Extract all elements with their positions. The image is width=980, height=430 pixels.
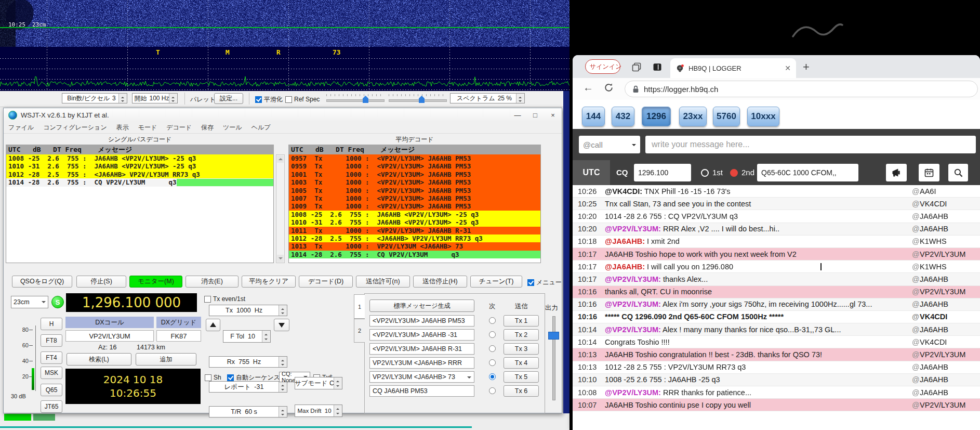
main-button-7[interactable]: 送信許可(n): [356, 276, 410, 288]
decode-row[interactable]: 1014 -28 2.6 755 : CQ VP2V/LY3UM q3: [6, 178, 273, 186]
new-tab-icon[interactable]: +: [803, 60, 810, 74]
chat-row[interactable]: 10:08@VP2V/LY3UM: RRR thanks for patienc…: [573, 386, 980, 399]
tx-send-button-2[interactable]: Tx 2: [504, 329, 539, 341]
tx-message-6[interactable]: CQ JA6AHB PM53: [369, 385, 474, 397]
address-bar[interactable]: https://logger.hb9q.ch: [625, 81, 978, 97]
average-decode-panel[interactable]: 0957 Tx 1000 : <VP2V/LY3UM> JA6AHB PM530…: [288, 154, 541, 263]
band-select[interactable]: 23cm: [11, 296, 48, 308]
main-button-3[interactable]: モニター(M): [129, 276, 182, 288]
menu-モード[interactable]: モード: [134, 123, 162, 132]
spinner-arrows-icon[interactable]: [169, 94, 177, 103]
chat-row[interactable]: 10:18@JA6AHB: I xmit 2nd@K1WHS: [573, 236, 980, 248]
decode-row[interactable]: 1008 -25 2.6 755 : JA6AHB <VP2V/LY3UM> -…: [289, 211, 540, 218]
autoseq-checkbox[interactable]: 自動シーケンス: [227, 373, 280, 382]
decode-row[interactable]: 1012 -28 2.5 755 : <JA6AHB> VP2V/LY3UM R…: [6, 171, 273, 178]
flatten-checkbox[interactable]: 平滑化: [255, 95, 283, 104]
decode-row[interactable]: 0957 Tx 1000 : <VP2V/LY3UM> JA6AHB PM53: [289, 154, 540, 162]
minimize-icon[interactable]: —: [509, 109, 526, 121]
main-button-1[interactable]: QSOをログ(Q): [12, 276, 72, 288]
back-icon[interactable]: ←: [583, 82, 593, 94]
scroll-up-icon[interactable]: [277, 155, 284, 163]
refresh-icon[interactable]: [604, 83, 614, 95]
mode-button-MSK[interactable]: MSK: [41, 367, 62, 379]
palette-settings-button[interactable]: 設定...: [214, 93, 243, 104]
main-button-8[interactable]: 送信停止(H): [413, 276, 467, 288]
chat-row[interactable]: 10:17@VP2V/LY3UM: thanks Alex...@JA6AHB: [573, 273, 980, 285]
mode-button-H[interactable]: H: [41, 318, 62, 330]
chat-row[interactable]: 10:16thanks all, QRT. CU in moonrise@VP2…: [573, 286, 980, 298]
tr-period-spinner[interactable]: T/R 60 s: [209, 406, 287, 418]
spinner-arrows-icon[interactable]: [118, 94, 127, 103]
menu-ヘルプ[interactable]: ヘルプ: [247, 123, 275, 132]
cq-template-input[interactable]: [757, 164, 858, 181]
band-button-1296[interactable]: 1296: [642, 107, 671, 126]
single-decode-panel[interactable]: 1008 -25 2.6 755 : JA6AHB <VP2V/LY3UM> -…: [6, 154, 274, 263]
zero-slider[interactable]: [389, 94, 447, 103]
calendar-button[interactable]: [919, 164, 939, 181]
tx-send-button-5[interactable]: Tx 5: [504, 371, 539, 383]
collections-icon[interactable]: [630, 61, 643, 73]
main-button-9[interactable]: チューン(T): [470, 276, 522, 288]
spinner-arrows-icon[interactable]: [279, 357, 287, 367]
decode-row[interactable]: 1007 Tx 1000 : <VP2V/LY3UM> JA6AHB PM53: [289, 194, 540, 202]
tx-even-checkbox[interactable]: Tx even/1st: [204, 294, 245, 304]
announce-button[interactable]: [886, 164, 907, 181]
report-spinner[interactable]: レポート -31: [209, 381, 287, 393]
tx-send-button-6[interactable]: Tx 6: [504, 385, 539, 397]
slider-knob-icon[interactable]: [363, 96, 368, 103]
chat-row[interactable]: 10:13JA6AHB Toshio congratulation !! bes…: [573, 348, 980, 361]
mode-button-FT8[interactable]: FT8: [41, 334, 62, 347]
submode-spinner[interactable]: サブモード C: [295, 377, 342, 389]
chat-row[interactable]: 10:20@VP2V/LY3UM: RRR Alex ,V2 .... I wi…: [573, 223, 980, 236]
chat-row[interactable]: 10:07JA6AHB Toshio continiu pse I copy y…: [573, 399, 980, 411]
tx-send-button-3[interactable]: Tx 3: [504, 343, 539, 355]
spinner-arrows-icon[interactable]: [334, 377, 342, 389]
menu-ファイル[interactable]: ファイル: [4, 123, 38, 132]
message-input[interactable]: [645, 136, 976, 153]
spectrum-display[interactable]: TMR73: [0, 47, 570, 91]
decode-row[interactable]: 0959 Tx 1000 : <VP2V/LY3UM> JA6AHB PM53: [289, 162, 540, 170]
spinner-arrows-icon[interactable]: [279, 407, 287, 417]
decode-row[interactable]: 1005 Tx 1000 : <VP2V/LY3UM> JA6AHB PM53: [289, 187, 540, 194]
main-button-5[interactable]: 平均をクリア: [242, 276, 296, 288]
call-select[interactable]: @call: [579, 136, 640, 153]
menu-表示[interactable]: 表示: [112, 123, 134, 132]
spinner-arrows-icon[interactable]: [279, 382, 287, 392]
decode-row[interactable]: 1012 -28 2.5 755 : <JA6AHB> VP2V/LY3UM R…: [289, 234, 540, 242]
radio-2nd[interactable]: [730, 169, 738, 177]
decode-row[interactable]: 1010 -31 2.6 755 : JA6AHB <VP2V/LY3UM> -…: [289, 218, 540, 226]
chat-row[interactable]: 10:26@VK4CDI: TNX Phill -16 -15 -16 73's…: [573, 185, 980, 198]
tab-2[interactable]: 2: [354, 319, 365, 343]
tx-message-1[interactable]: <VP2V/LY3UM> JA6AHB PM53: [369, 315, 474, 327]
chat-row[interactable]: 10:131012 -28 2.5 755 : VP2V/LY3UM RR73 …: [573, 361, 980, 374]
spectrum-percent-spinner[interactable]: スペクトラム 25 %: [450, 93, 525, 103]
dx-grid-field[interactable]: FK87: [156, 330, 201, 342]
tx-next-radio-1[interactable]: [489, 317, 496, 324]
decode-row[interactable]: 1003 Tx 1000 : <VP2V/LY3UM> JA6AHB PM53: [289, 178, 540, 186]
generate-std-msgs-button[interactable]: 標準メッセージ生成: [369, 299, 474, 312]
frequency-display[interactable]: 1,296.100 000: [66, 293, 197, 312]
ftol-spinner[interactable]: F Tol 10: [223, 330, 271, 343]
radio-1st[interactable]: [701, 169, 709, 177]
tx-freq-spinner[interactable]: Tx 1000 Hz: [209, 305, 287, 316]
tx-message-5[interactable]: VP2V/LY3UM <JA6AHB> 73: [369, 371, 474, 383]
frequency-input[interactable]: [634, 164, 691, 181]
chat-row[interactable]: 10:25Tnx call Stan, 73 and see you in th…: [573, 198, 980, 210]
tx-message-2[interactable]: <VP2V/LY3UM> JA6AHB -31: [369, 329, 474, 341]
main-button-6[interactable]: デコード(D): [299, 276, 353, 288]
dx-call-field[interactable]: VP2V/LY3UM: [65, 330, 154, 342]
browser-tab-hb9q[interactable]: HB9Q | LOGGER ✕: [670, 58, 796, 78]
decode-row[interactable]: 1013 Tx 1000 : VP2V/LY3UM <JA6AHB> 73: [289, 242, 540, 250]
waterfall-display[interactable]: 10:25 23cm: [0, 0, 570, 47]
chat-log[interactable]: 10:26@VK4CDI: TNX Phill -16 -15 -16 73's…: [573, 185, 980, 430]
chat-row[interactable]: 10:201014 -28 2.6 755 : CQ VP2V/LY3UM q3…: [573, 210, 980, 223]
tab-1[interactable]: 1: [354, 294, 365, 319]
tx-next-radio-6[interactable]: [489, 387, 496, 394]
spinner-arrows-icon[interactable]: [334, 405, 342, 416]
mode-button-FT4[interactable]: FT4: [41, 351, 62, 364]
close-icon[interactable]: ×: [544, 109, 562, 121]
menu-コンフィグレーション[interactable]: コンフィグレーション: [38, 123, 112, 132]
add-button[interactable]: 追加: [136, 353, 196, 366]
freq-down-button[interactable]: [274, 319, 289, 331]
bins-per-pixel-spinner[interactable]: Bin数/ピクセル 3: [62, 93, 127, 103]
